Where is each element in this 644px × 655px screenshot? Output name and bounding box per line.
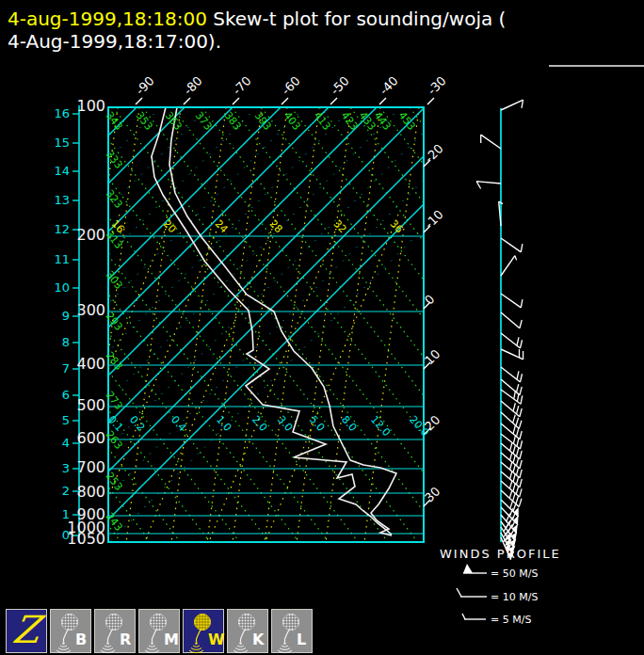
wind-barb-tick	[520, 374, 522, 382]
toolbar-button-k[interactable]: K	[227, 609, 268, 653]
wind-barb-tick	[517, 438, 519, 446]
toolbar-button-b[interactable]: B	[50, 609, 91, 653]
wind-barb-shaft	[501, 333, 520, 348]
wind-barb-tick	[517, 371, 519, 379]
signal-arc-icon	[145, 650, 159, 653]
wind-barb	[501, 333, 523, 348]
wind-barb-tick	[516, 486, 518, 494]
toolbar-button-r[interactable]: R	[94, 609, 136, 653]
adiabat-line	[113, 107, 447, 542]
signal-arc-icon	[237, 646, 244, 647]
adiabat-line	[0, 107, 151, 542]
wind-barb-tick	[514, 391, 516, 399]
height-label-8: 8	[47, 336, 70, 348]
signal-arc-icon	[56, 650, 71, 653]
pressure-label-300: 300	[49, 303, 105, 318]
skewt-app-window: 4-aug-1999,18:18:00 Skew-t plot for soun…	[0, 0, 644, 655]
wind-barb-tick	[520, 470, 522, 478]
wind-barb-tick	[513, 436, 515, 444]
pressure-label-600: 600	[49, 431, 105, 446]
top-temp-tick	[427, 98, 434, 104]
isotherm-line	[0, 107, 281, 542]
wind-barb-tick	[510, 471, 512, 479]
wind-barb-tick	[520, 431, 522, 439]
wind-barb-tick	[520, 488, 522, 497]
wind-barb-halftick	[515, 256, 517, 261]
wind-barb-tick	[513, 415, 516, 423]
wind-barb-tick	[509, 490, 512, 499]
isotherm-dotted-line	[110, 107, 545, 542]
wind-barb-tick	[520, 320, 522, 328]
signal-arc-icon	[193, 646, 200, 647]
toolbar-button-z[interactable]: Z	[6, 609, 47, 653]
wind-barb-tick	[510, 442, 512, 451]
height-label-15: 15	[47, 136, 70, 149]
mixing-line	[171, 107, 226, 542]
signal-arc-icon	[189, 650, 203, 653]
signal-arc-icon	[105, 646, 111, 647]
mixing-line	[364, 107, 419, 542]
pressure-label-800: 800	[49, 485, 105, 500]
wind-barb-shaft	[501, 367, 520, 382]
pressure-label-700: 700	[49, 460, 105, 475]
wind-barb-shaft	[501, 238, 521, 252]
signal-arc-icon	[58, 648, 69, 650]
signal-arc-icon	[233, 650, 248, 653]
height-label-14: 14	[47, 165, 70, 177]
isotherm-line	[0, 107, 185, 542]
wind-barb-tick	[516, 448, 518, 456]
legend-10ms-label: = 10 M/S	[491, 591, 538, 603]
pressure-label-500: 500	[49, 398, 105, 413]
winds-profile-title: WINDS PROFILE	[440, 547, 561, 561]
wind-barb-shaft	[476, 182, 501, 184]
sonde-dot-icon	[283, 642, 285, 644]
toolbar-button-l[interactable]: L	[271, 609, 313, 653]
pressure-label-100: 100	[49, 99, 105, 114]
toolbar-button-letter: B	[75, 631, 87, 648]
adiabat-line	[0, 107, 299, 542]
wind-barb-tick	[513, 503, 516, 512]
wind-barb-tick	[513, 425, 515, 434]
wind-barb	[476, 182, 501, 189]
balloon-string	[153, 630, 157, 642]
wind-barb-shaft	[501, 294, 521, 308]
height-label-10: 10	[47, 281, 70, 294]
signal-arc-icon	[103, 648, 113, 650]
radiosonde-balloon-icon	[272, 610, 314, 654]
wind-barb	[501, 256, 517, 276]
wind-barb-tick	[513, 493, 516, 502]
height-label-13: 13	[47, 194, 70, 206]
isotherm-dotted-line	[0, 107, 257, 542]
wind-barb-tick	[516, 467, 518, 475]
wind-barb-tick	[516, 418, 519, 426]
top-temp-tick	[184, 98, 190, 104]
isotherm-dotted-line	[0, 107, 161, 542]
top-temp-tick	[379, 98, 386, 104]
legend-10ms-tick	[457, 588, 461, 597]
toolbar: ZBRMWKL	[0, 608, 644, 655]
wind-barb-tick	[513, 445, 515, 454]
wind-barb-tick	[510, 461, 512, 470]
adiabat-line	[143, 107, 477, 542]
wind-barb-tick	[516, 428, 518, 437]
plot-grid-group	[0, 107, 644, 542]
script-z-icon: Z	[4, 608, 49, 650]
toolbar-button-letter: W	[208, 631, 225, 648]
wind-barb-tick	[520, 387, 522, 395]
balloon-string	[197, 630, 201, 642]
wind-barb-shaft	[501, 312, 520, 328]
toolbar-button-w[interactable]: W	[183, 609, 224, 653]
adiabat-line	[0, 107, 91, 542]
toolbar-button-letter: L	[297, 631, 306, 648]
wind-barb-tick	[509, 481, 511, 489]
adiabat-line	[0, 107, 269, 542]
wind-barb-tick	[513, 455, 515, 463]
signal-arc-icon	[60, 646, 67, 647]
legend-50ms-pennant	[463, 564, 473, 573]
toolbar-button-m[interactable]: M	[138, 609, 180, 653]
balloon-string	[64, 630, 69, 642]
wind-barb-tick	[521, 395, 523, 404]
adiabat-line	[440, 107, 644, 542]
wind-barb	[501, 294, 523, 308]
wind-barb-shaft	[501, 100, 523, 110]
